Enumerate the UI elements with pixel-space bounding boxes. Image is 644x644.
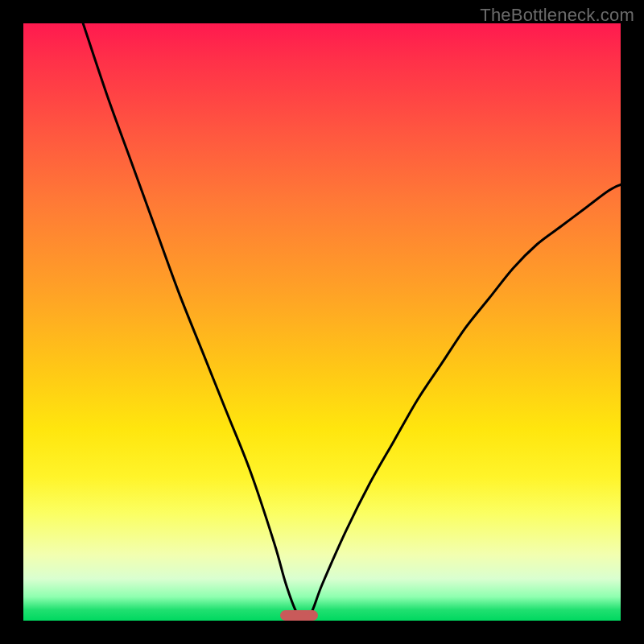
bottleneck-curve-path — [83, 23, 621, 618]
plot-area — [23, 23, 621, 621]
chart-stage: TheBottleneck.com — [0, 0, 644, 644]
minimum-marker — [280, 610, 318, 621]
curve-layer — [23, 23, 621, 621]
